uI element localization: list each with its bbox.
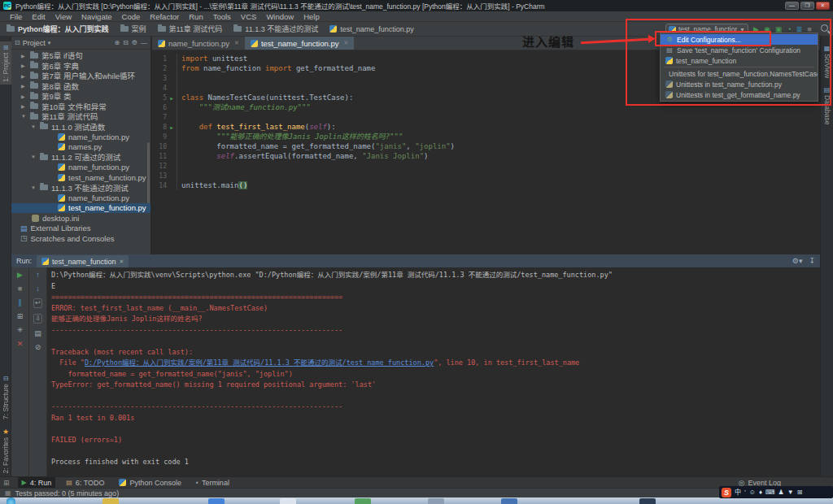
toolwindow-button-python-console[interactable]: Python Console <box>115 477 185 488</box>
project-tree-item[interactable]: ▤External Libraries <box>11 224 150 234</box>
start-button[interactable] <box>7 497 15 504</box>
chevron-right-icon[interactable]: ▶ <box>21 103 27 109</box>
menu-navigate[interactable]: Navigate <box>76 12 117 21</box>
keyboard-icon[interactable]: ⌨ <box>765 488 775 497</box>
sciview-tab[interactable]: ▦SciView <box>821 45 833 78</box>
project-tree-item[interactable]: desktop.ini <box>11 213 150 224</box>
chevron-down-icon[interactable]: ▼ <box>31 185 37 190</box>
project-tree-item[interactable]: ▶第10章 文件和异常 <box>11 102 150 112</box>
maximize-button[interactable]: ❐ <box>800 2 814 10</box>
person-icon[interactable]: ♟ <box>778 488 784 497</box>
menu-vcs[interactable]: VCS <box>236 12 262 21</box>
project-scrollbar[interactable] <box>147 142 150 203</box>
ime-mode-icon[interactable]: 中 <box>735 488 741 497</box>
close-icon[interactable]: ✕ <box>120 259 124 265</box>
grid-icon[interactable]: ⊞ <box>797 488 803 497</box>
project-tree-item[interactable]: ◳Scratches and Consoles <box>11 233 150 244</box>
hide-panel-icon[interactable]: ↧ <box>809 257 815 265</box>
close-button[interactable]: ✕ <box>816 2 830 10</box>
hide-panel-icon[interactable]: — <box>141 39 147 46</box>
punctuation-icon[interactable]: ’ <box>744 488 746 497</box>
stop-icon[interactable]: ■ <box>18 285 22 293</box>
editor-tab-test-name-function-py[interactable]: test_name_function.py✕ <box>245 37 354 50</box>
taskbar-app-icon[interactable] <box>428 498 444 504</box>
project-tree-item[interactable]: ▶第9章 类 <box>11 91 150 102</box>
chevron-right-icon[interactable]: ▶ <box>21 83 27 89</box>
windows-taskbar[interactable] <box>0 497 833 504</box>
chevron-right-icon[interactable]: ▶ <box>21 63 27 68</box>
project-tree-item[interactable]: name_function.py <box>11 163 150 173</box>
taskbar-app-icon[interactable] <box>501 498 517 504</box>
locate-file-icon[interactable]: ⊕ <box>114 39 120 46</box>
search-icon[interactable] <box>821 24 828 32</box>
settings-icon[interactable]: ⚙ <box>132 39 137 46</box>
soft-wrap-icon[interactable]: ↩ <box>33 298 42 308</box>
tool-windows-icon[interactable]: ⊞ <box>3 479 10 487</box>
taskbar-app-icon[interactable] <box>208 498 225 504</box>
project-tree-item[interactable]: ▼第11章 测试代码 <box>11 111 150 122</box>
chevron-right-icon[interactable]: ▶ <box>21 73 27 79</box>
breadcrumb-item[interactable]: test_name_function.py <box>329 25 414 33</box>
menu-view[interactable]: View <box>50 12 76 21</box>
toolwindow-button-6-todo[interactable]: ▤6: TODO <box>62 477 108 488</box>
structure-tab[interactable]: ⊟7: Structure <box>2 375 10 419</box>
editor-tab-name-function-py[interactable]: name_function.py✕ <box>152 37 245 50</box>
menu-item-save-test-name-function-configuration[interactable]: ▤Save 'test_name_function' Configuration <box>661 45 818 55</box>
taskbar-app-icon[interactable] <box>639 498 656 504</box>
chevron-down-icon[interactable]: ▼ <box>31 124 37 129</box>
settings-icon[interactable]: ⚙▾ <box>792 257 803 265</box>
menu-code[interactable]: Code <box>117 12 146 21</box>
event-log-button[interactable]: ◎ Event Log <box>739 479 781 487</box>
pause-output-icon[interactable]: ∥ <box>18 298 22 306</box>
emoticon-icon[interactable]: ☺ <box>749 488 756 497</box>
chevron-down-icon[interactable]: ▼ <box>21 114 27 119</box>
project-tree-item[interactable]: test_name_function.py <box>11 203 150 214</box>
sidebar-tab-project[interactable]: ⊞ 1: Project <box>0 41 11 85</box>
taskbar-app-icon[interactable] <box>102 498 119 504</box>
chevron-right-icon[interactable]: ▶ <box>21 53 27 59</box>
run-line-icon[interactable]: ▶ <box>167 95 177 101</box>
run-console[interactable]: D:\Python编程：从入门到实践\venv\Scripts\python.e… <box>47 267 820 476</box>
menu-item-unittests-in-test-name-function-py[interactable]: Unittests in test_name_function.py <box>661 79 818 89</box>
chevron-right-icon[interactable]: ▶ <box>21 93 27 99</box>
clear-all-icon[interactable]: ⊘ <box>35 343 41 351</box>
menu-file[interactable]: File <box>5 12 27 21</box>
project-tree-item[interactable]: ▶第5章 if语句 <box>11 50 150 61</box>
menu-item-unittests-for-test-name-function-namestestcase[interactable]: Unittests for test_name_function.NamesTe… <box>661 68 818 79</box>
collapse-all-icon[interactable]: ⊟ <box>123 39 129 46</box>
menu-edit[interactable]: Edit <box>27 12 50 21</box>
menu-run[interactable]: Run <box>184 12 207 21</box>
sogou-input-icon[interactable]: S <box>722 488 731 497</box>
close-icon[interactable]: ✕ <box>343 40 348 46</box>
project-tree-item[interactable]: ▶第6章 字典 <box>11 61 150 72</box>
options-icon[interactable]: ✳ <box>17 326 24 334</box>
restore-layout-icon[interactable]: ⊞ <box>17 312 24 320</box>
database-tab[interactable]: ▤Database <box>821 86 833 124</box>
project-tree-item[interactable]: ▼11.1.2 可通过的测试 <box>11 152 150 163</box>
menu-refactor[interactable]: Refactor <box>145 12 184 21</box>
toolwindow-button-4-run[interactable]: ▶4: Run <box>18 477 56 488</box>
menu-item-edit-configurations[interactable]: ⚙Edit Configurations... <box>661 34 818 45</box>
scroll-to-end-icon[interactable]: ⇩ <box>33 314 42 324</box>
down-stacktrace-icon[interactable]: ↓ <box>36 285 40 293</box>
project-tree-item[interactable]: names.py <box>11 142 150 153</box>
breadcrumb-item[interactable]: 第11章 测试代码 <box>158 24 223 34</box>
menu-help[interactable]: Help <box>299 12 325 21</box>
minimize-button[interactable]: — <box>785 2 799 10</box>
project-tree-item[interactable]: ▼11.1.3 不能通过的测试 <box>11 183 150 193</box>
favorites-tab[interactable]: ★2: Favorites <box>2 428 10 473</box>
taskbar-app-icon[interactable] <box>280 498 296 504</box>
close-icon[interactable]: ✕ <box>234 40 239 46</box>
file-link[interactable]: D:/Python编程：从入门到实践/案例/第11章 测试代码/11.1.3 不… <box>85 358 434 367</box>
run-tab[interactable]: test_name_function ✕ <box>37 255 129 267</box>
wardrobe-icon[interactable]: ▼ <box>787 488 794 497</box>
breadcrumb-item[interactable]: 案例 <box>120 24 146 34</box>
taskbar-app-icon[interactable] <box>355 498 371 504</box>
project-tree-item[interactable]: ▶第8章 函数 <box>11 81 150 92</box>
menu-item-unittests-in-test-get-formatted-name-py[interactable]: Unittests in test_get_formatted_name.py <box>661 89 818 100</box>
breadcrumb-item[interactable]: Python编程：从入门到实践 <box>7 24 109 34</box>
project-tree-item[interactable]: name_function.py <box>11 193 150 203</box>
print-icon[interactable]: ▤ <box>34 329 41 337</box>
rerun-icon[interactable]: ▶ <box>17 271 23 279</box>
run-line-icon[interactable]: ▶ <box>167 124 177 130</box>
